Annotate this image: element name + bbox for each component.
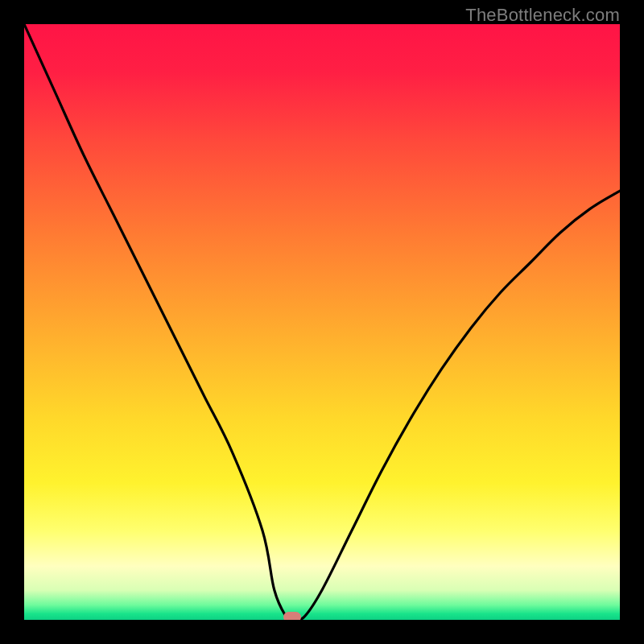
chart-frame: TheBottleneck.com [0, 0, 644, 644]
watermark-text: TheBottleneck.com [465, 5, 620, 26]
curve-svg [24, 24, 620, 620]
minimum-marker [283, 612, 301, 620]
bottleneck-curve [24, 24, 620, 620]
plot-area [24, 24, 620, 620]
